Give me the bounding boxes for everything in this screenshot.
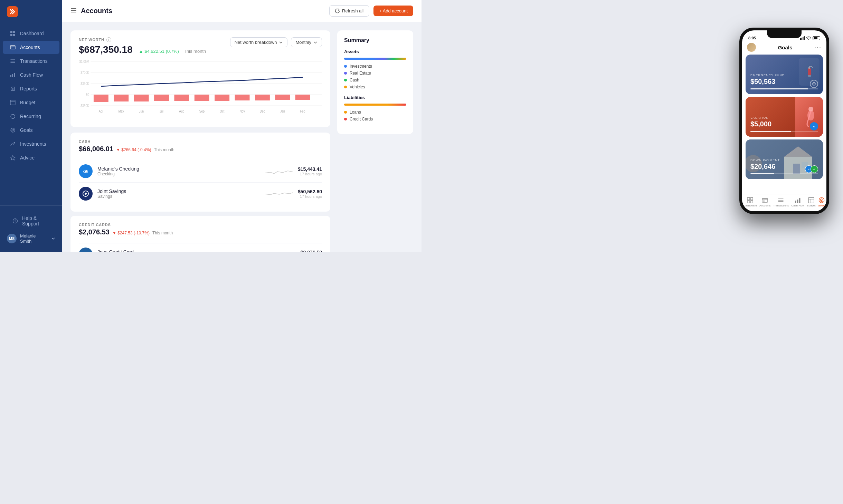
svg-text:$1.05M: $1.05M [79, 60, 89, 64]
sparkline [267, 249, 295, 252]
svg-text:Sep: Sep [199, 109, 205, 113]
account-info: Joint Savings Savings [97, 188, 261, 199]
topbar-right: Refresh all + Add account [329, 5, 413, 17]
svg-text:Nov: Nov [239, 109, 245, 113]
cash-header: CASH $66,006.01 ▼ $266.64 (-0.4%) This m… [79, 139, 322, 154]
chevron-down-icon [51, 236, 55, 241]
sidebar-item-reports[interactable]: Reports [3, 82, 59, 95]
net-worth-change: ▲ $4,622.51 (0.7%) [139, 49, 179, 54]
svg-text:?: ? [14, 219, 16, 223]
account-info: Melanie's Checking Checking [97, 166, 261, 176]
credit-total: $2,076.53 [79, 228, 110, 236]
sidebar-item-investments[interactable]: Investments [3, 137, 59, 151]
sidebar-item-budget[interactable]: Budget [3, 96, 59, 109]
assets-bar [344, 58, 406, 60]
svg-text:Jun: Jun [139, 109, 144, 113]
transactions-icon [10, 58, 16, 64]
account-subtype: Checking [97, 172, 261, 176]
goals-icon [10, 127, 16, 133]
svg-rect-6 [11, 48, 12, 48]
reports-icon [10, 86, 16, 92]
liabilities-title: Liabilities [344, 95, 406, 100]
sidebar-item-advice[interactable]: Advice [3, 151, 59, 164]
investments-icon [10, 141, 16, 147]
realestate-dot [344, 72, 347, 75]
svg-rect-61 [174, 95, 189, 101]
assets-legend: Investments Real Estate Cash Vehicles [344, 64, 406, 89]
savings-icon [82, 190, 89, 197]
monthly-dropdown[interactable]: Monthly [291, 37, 322, 47]
logo-area [0, 0, 62, 23]
svg-text:Apr: Apr [99, 109, 103, 113]
sidebar-item-dashboard[interactable]: Dashboard [3, 27, 59, 40]
menu-icon[interactable] [70, 7, 77, 15]
account-right: $15,443.41 17 hours ago [298, 166, 322, 176]
svg-rect-71 [215, 95, 229, 101]
cash-total: $66,006.01 [79, 145, 113, 153]
net-worth-breakdown-dropdown[interactable]: Net worth breakdown [230, 37, 288, 47]
sidebar-item-recurring[interactable]: Recurring [3, 110, 59, 123]
help-support-item[interactable]: ? Help & Support [6, 212, 57, 230]
sparkline [265, 166, 293, 176]
sidebar-item-goals[interactable]: Goals [3, 124, 59, 137]
accounts-icon [10, 44, 16, 50]
topbar: Accounts Refresh all + Add account [62, 0, 422, 22]
topbar-left: Accounts [70, 7, 112, 15]
net-worth-chart: $1.05M $700K $350K $0 -$350K [79, 58, 322, 120]
joint-savings-logo [79, 187, 93, 201]
legend-realestate: Real Estate [344, 71, 406, 76]
svg-rect-86 [275, 95, 290, 100]
info-icon[interactable]: i [106, 37, 111, 42]
svg-rect-11 [12, 74, 13, 77]
chart-svg: $1.05M $700K $350K $0 -$350K [79, 58, 322, 113]
svg-text:Oct: Oct [220, 109, 225, 113]
app-logo[interactable] [7, 6, 18, 17]
sidebar-bottom: ? Help & Support MS Melanie Smith [0, 205, 62, 252]
liabilities-bar [344, 104, 406, 106]
svg-point-104 [85, 193, 87, 195]
credit-cards-section: CREDIT CARDS $2,076.53 ▼ $247.53 (-10.7%… [70, 216, 330, 252]
account-joint-credit[interactable]: AMEX Joint Credit Card Credit Card $2,07… [79, 243, 322, 252]
credit-period: This month [152, 231, 173, 235]
sidebar-item-cashflow[interactable]: Cash Flow [3, 68, 59, 81]
refresh-icon [335, 9, 340, 13]
svg-text:Dec: Dec [260, 109, 265, 113]
svg-rect-4 [10, 46, 15, 49]
account-time: 17 hours ago [298, 172, 322, 176]
refresh-all-button[interactable]: Refresh all [329, 5, 369, 17]
citi-logo: citi [79, 164, 93, 178]
svg-text:Feb: Feb [300, 109, 305, 113]
sidebar-item-label: Budget [20, 100, 35, 105]
net-worth-card: NET WORTH i $687,350.18 ▲ $4,622.51 (0.7… [70, 30, 330, 127]
add-account-button[interactable]: + Add account [373, 6, 413, 16]
cash-section: CASH $66,006.01 ▼ $266.64 (-0.4%) This m… [70, 133, 330, 212]
dashboard-icon [10, 30, 16, 37]
help-icon: ? [12, 218, 18, 224]
credit-change: ▼ $247.53 (-10.7%) [112, 231, 150, 235]
legend-cash: Cash [344, 78, 406, 83]
sidebar-item-accounts[interactable]: Accounts [3, 41, 59, 54]
account-name: Joint Savings [97, 188, 261, 194]
sidebar-item-label: Transactions [20, 58, 48, 64]
cash-period: This month [154, 147, 174, 152]
sidebar-item-transactions[interactable]: Transactions [3, 55, 59, 68]
net-worth-label: NET WORTH i [79, 37, 206, 42]
account-subtype: Savings [97, 194, 261, 199]
svg-rect-10 [10, 75, 11, 77]
recurring-icon [10, 113, 16, 119]
advice-icon [10, 155, 16, 161]
svg-rect-66 [195, 95, 209, 101]
svg-rect-15 [10, 100, 15, 105]
account-joint-savings[interactable]: Joint Savings Savings $50,562.60 17 hour… [79, 182, 322, 205]
sidebar-item-label: Cash Flow [20, 72, 43, 78]
budget-icon [10, 99, 16, 106]
chevron-down-icon [279, 40, 283, 45]
account-info: Joint Credit Card Credit Card [97, 249, 263, 252]
user-menu[interactable]: MS Melanie Smith [3, 231, 59, 246]
add-label: + Add account [379, 8, 408, 13]
chart-controls: Net worth breakdown Monthly [230, 37, 322, 47]
svg-text:Aug: Aug [179, 109, 184, 113]
summary-title: Summary [344, 37, 406, 43]
svg-text:Jul: Jul [160, 109, 163, 113]
account-melanie-checking[interactable]: citi Melanie's Checking Checking $15,443… [79, 160, 322, 182]
